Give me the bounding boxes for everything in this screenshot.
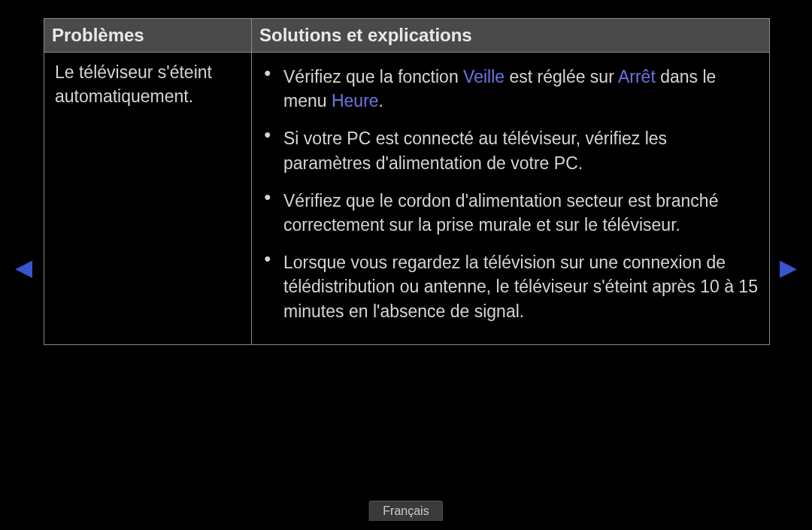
highlight-veille: Veille — [463, 67, 504, 86]
text: Vérifiez que la fonction — [283, 67, 463, 86]
table-body-row: Le téléviseur s'éteint automatiquement. … — [44, 53, 769, 344]
col-header-solutions: Solutions et explications — [252, 19, 769, 52]
troubleshoot-table: Problèmes Solutions et explications Le t… — [44, 18, 770, 345]
solution-item: Lorsque vous regardez la télévision sur … — [262, 246, 759, 332]
language-badge: Français — [368, 501, 443, 521]
solution-item: Si votre PC est connecté au téléviseur, … — [262, 122, 759, 183]
solution-item: Vérifiez que la fonction Veille est régl… — [262, 60, 759, 122]
table-header-row: Problèmes Solutions et explications — [44, 19, 769, 53]
solutions-cell: Vérifiez que la fonction Veille est régl… — [252, 53, 769, 344]
text: est réglée sur — [504, 67, 618, 86]
prev-page-arrow-icon[interactable]: ◀ — [15, 254, 32, 280]
solution-item: Vérifiez que le cordon d'alimentation se… — [262, 184, 759, 246]
next-page-arrow-icon[interactable]: ▶ — [780, 254, 797, 280]
col-header-problems: Problèmes — [44, 19, 252, 52]
highlight-arret: Arrêt — [618, 67, 656, 86]
highlight-heure: Heure — [332, 91, 379, 111]
problem-cell: Le téléviseur s'éteint automatiquement. — [44, 53, 252, 344]
text: . — [379, 91, 383, 111]
